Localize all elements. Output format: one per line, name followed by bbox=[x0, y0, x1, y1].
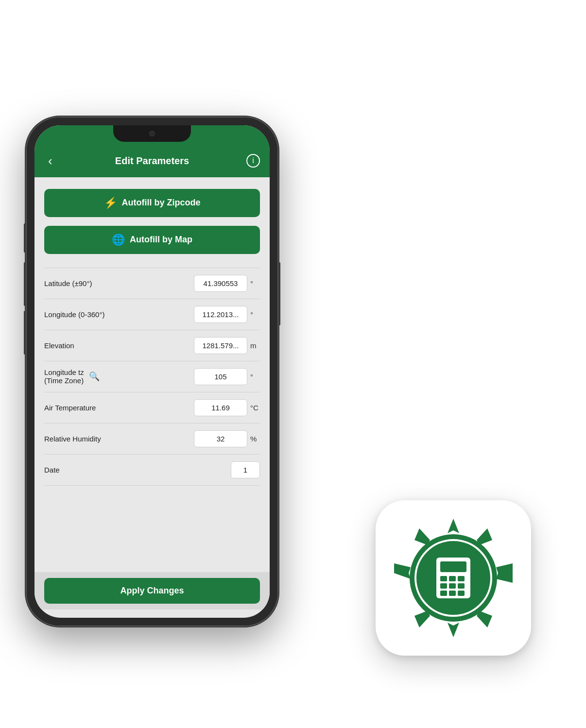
phone-side-button-3 bbox=[24, 311, 26, 355]
longitude-input[interactable] bbox=[194, 306, 247, 323]
apply-changes-button[interactable]: Apply Changes bbox=[44, 578, 260, 604]
latitude-row: Latitude (±90°) ° bbox=[44, 268, 260, 299]
elevation-input[interactable] bbox=[194, 337, 247, 354]
notch bbox=[113, 125, 191, 142]
autofill-zipcode-button[interactable]: ⚡ Autofill by Zipcode bbox=[44, 189, 260, 217]
air-temperature-unit: °C bbox=[250, 404, 260, 412]
longitude-tz-label: Longitude tz(Time Zone) 🔍 bbox=[44, 368, 194, 385]
svg-rect-18 bbox=[440, 591, 447, 596]
phone-screen: ‹ Edit Parameters i ⚡ Autofill by Zipcod… bbox=[34, 125, 270, 618]
screen-content: ⚡ Autofill by Zipcode 🌐 Autofill by Map … bbox=[34, 177, 270, 609]
relative-humidity-label: Relative Humidity bbox=[44, 435, 194, 443]
date-label: Date bbox=[44, 466, 231, 474]
svg-rect-19 bbox=[449, 591, 456, 596]
svg-marker-3 bbox=[477, 611, 492, 627]
air-temperature-input[interactable] bbox=[194, 399, 247, 416]
elevation-row: Elevation m bbox=[44, 330, 260, 361]
svg-marker-1 bbox=[477, 528, 492, 545]
elevation-unit: m bbox=[250, 341, 260, 350]
date-input[interactable] bbox=[231, 461, 260, 478]
svg-rect-14 bbox=[458, 576, 465, 581]
app-icon bbox=[376, 500, 531, 656]
svg-rect-17 bbox=[458, 583, 465, 589]
svg-marker-7 bbox=[414, 528, 430, 545]
search-icon[interactable]: 🔍 bbox=[89, 371, 100, 382]
svg-rect-13 bbox=[449, 576, 456, 581]
app-icon-inner bbox=[376, 500, 531, 656]
svg-marker-0 bbox=[448, 519, 459, 533]
svg-rect-20 bbox=[458, 591, 465, 596]
back-button[interactable]: ‹ bbox=[44, 152, 56, 169]
phone-side-button-2 bbox=[24, 262, 26, 306]
globe-icon: 🌐 bbox=[112, 234, 125, 246]
lightning-icon: ⚡ bbox=[104, 197, 117, 209]
front-camera bbox=[149, 131, 155, 136]
scene: ‹ Edit Parameters i ⚡ Autofill by Zipcod… bbox=[26, 24, 560, 704]
info-button[interactable]: i bbox=[246, 154, 260, 168]
longitude-unit: ° bbox=[250, 310, 260, 319]
autofill-map-label: Autofill by Map bbox=[130, 235, 192, 245]
form-section: Latitude (±90°) ° Longitude (0-360°) bbox=[44, 268, 260, 486]
phone-side-button-right bbox=[278, 262, 280, 325]
latitude-input[interactable] bbox=[194, 275, 247, 292]
date-right bbox=[231, 461, 260, 478]
phone-side-button-1 bbox=[24, 223, 26, 253]
date-row: Date bbox=[44, 455, 260, 486]
air-temperature-label: Air Temperature bbox=[44, 404, 194, 412]
svg-rect-15 bbox=[440, 583, 447, 589]
latitude-right: ° bbox=[194, 275, 260, 292]
latitude-unit: ° bbox=[250, 279, 260, 288]
autofill-zipcode-label: Autofill by Zipcode bbox=[122, 198, 201, 208]
relative-humidity-unit: % bbox=[250, 435, 260, 443]
svg-marker-5 bbox=[414, 611, 430, 627]
svg-rect-11 bbox=[440, 561, 466, 572]
svg-marker-4 bbox=[448, 623, 459, 637]
air-temperature-right: °C bbox=[194, 399, 260, 416]
longitude-row: Longitude (0-360°) ° bbox=[44, 299, 260, 330]
sun-calculator-svg bbox=[390, 515, 517, 641]
svg-rect-16 bbox=[449, 583, 456, 589]
elevation-right: m bbox=[194, 337, 260, 354]
longitude-tz-right: ° bbox=[194, 368, 260, 385]
latitude-label: Latitude (±90°) bbox=[44, 279, 194, 288]
svg-rect-12 bbox=[440, 576, 447, 581]
svg-marker-2 bbox=[496, 563, 513, 583]
elevation-label: Elevation bbox=[44, 341, 194, 350]
air-temperature-row: Air Temperature °C bbox=[44, 392, 260, 423]
relative-humidity-right: % bbox=[194, 430, 260, 447]
phone-shell: ‹ Edit Parameters i ⚡ Autofill by Zipcod… bbox=[26, 117, 278, 626]
longitude-tz-input[interactable] bbox=[194, 368, 247, 385]
longitude-tz-unit: ° bbox=[250, 372, 260, 381]
longitude-right: ° bbox=[194, 306, 260, 323]
svg-marker-6 bbox=[394, 563, 411, 579]
autofill-map-button[interactable]: 🌐 Autofill by Map bbox=[44, 226, 260, 254]
page-title: Edit Parameters bbox=[115, 155, 189, 167]
longitude-tz-row: Longitude tz(Time Zone) 🔍 ° bbox=[44, 361, 260, 392]
relative-humidity-row: Relative Humidity % bbox=[44, 423, 260, 455]
header: ‹ Edit Parameters i bbox=[34, 147, 270, 177]
longitude-label: Longitude (0-360°) bbox=[44, 310, 194, 319]
relative-humidity-input[interactable] bbox=[194, 430, 247, 447]
apply-btn-container: Apply Changes bbox=[34, 572, 270, 609]
content-inner: ⚡ Autofill by Zipcode 🌐 Autofill by Map … bbox=[34, 177, 270, 497]
